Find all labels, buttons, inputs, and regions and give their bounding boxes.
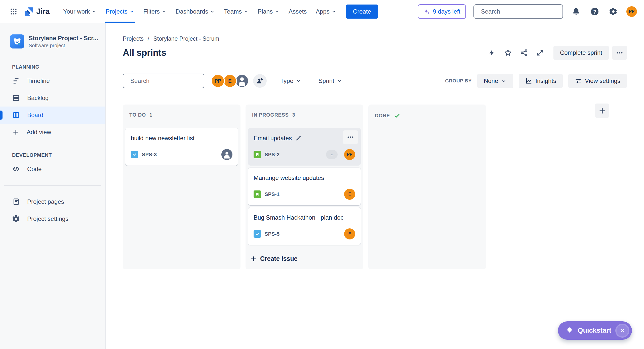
quickstart-button[interactable]: Quickstart: [558, 321, 632, 340]
assignee-avatar-e[interactable]: E: [344, 228, 355, 239]
primary-nav: Your work Projects Filters Dashboards Te…: [60, 0, 340, 23]
sprint-filter-dropdown[interactable]: Sprint: [316, 75, 345, 86]
sparkle-icon: [423, 8, 430, 15]
board-more-actions-icon[interactable]: [612, 46, 627, 60]
sliders-icon: [575, 77, 582, 84]
chevron-down-icon: [244, 9, 249, 14]
column-in-progress: IN PROGRESS 3 Email updates: [246, 105, 363, 269]
sidebar-item-project-settings[interactable]: Project settings: [0, 210, 105, 227]
breadcrumb-project-link[interactable]: Storylane Project - Scrum: [153, 35, 219, 42]
breadcrumb-projects-link[interactable]: Projects: [123, 35, 144, 42]
nav-teams[interactable]: Teams: [220, 0, 252, 23]
sidebar-divider: [4, 185, 101, 186]
assignee-avatar-stack: PP E: [211, 74, 249, 88]
breadcrumb: Projects / Storylane Project - Scrum: [123, 35, 627, 42]
avatar-unassigned[interactable]: [235, 74, 249, 88]
page-title: All sprints: [123, 47, 166, 58]
code-icon: [12, 165, 20, 173]
assignee-avatar-e[interactable]: E: [344, 189, 355, 200]
trial-days-left-button[interactable]: 9 days left: [418, 4, 466, 19]
breadcrumb-separator: /: [148, 35, 149, 42]
group-by-dropdown[interactable]: None: [477, 74, 513, 88]
column-done: DONE: [368, 105, 486, 269]
nav-plans[interactable]: Plans: [254, 0, 283, 23]
sidebar-item-timeline[interactable]: Timeline: [0, 72, 105, 89]
settings-gear-icon[interactable]: [608, 6, 619, 17]
chevron-down-icon: [331, 9, 336, 14]
issue-card-sps-5[interactable]: Bug Smash Hackathon - plan doc SPS-5 E: [248, 207, 361, 245]
chevron-down-icon: [162, 9, 167, 14]
nav-projects[interactable]: Projects: [102, 0, 138, 23]
insights-button[interactable]: Insights: [519, 74, 563, 88]
page-icon: [12, 198, 20, 206]
help-icon[interactable]: ?: [589, 6, 600, 17]
timeline-icon: [12, 77, 20, 85]
column-count: 1: [149, 112, 152, 118]
nav-dashboards[interactable]: Dashboards: [172, 0, 218, 23]
issue-card-sps-2[interactable]: Email updates SPS-2 - PP: [248, 128, 361, 166]
view-settings-button[interactable]: View settings: [568, 74, 627, 88]
issue-title: Bug Smash Hackathon - plan doc: [254, 213, 349, 222]
fullscreen-expand-icon[interactable]: [534, 46, 546, 59]
issue-card-sps-1[interactable]: Manange website updates SPS-1 E: [248, 168, 361, 205]
sidebar-item-add-view[interactable]: Add view: [0, 124, 105, 141]
board-search-input[interactable]: [130, 77, 208, 84]
nav-your-work[interactable]: Your work: [60, 0, 100, 23]
create-button[interactable]: Create: [346, 5, 378, 19]
automation-lightning-icon[interactable]: [486, 46, 498, 59]
trial-days-label: 9 days left: [433, 8, 460, 15]
estimate-badge[interactable]: -: [326, 150, 338, 159]
avatar-pp[interactable]: PP: [211, 74, 225, 88]
avatar-e[interactable]: E: [223, 74, 237, 88]
nav-assets[interactable]: Assets: [285, 0, 310, 23]
board-main: Projects / Storylane Project - Scrum All…: [106, 23, 644, 349]
assignee-avatar-pp[interactable]: PP: [344, 149, 355, 160]
sidebar-item-backlog[interactable]: Backlog: [0, 89, 105, 107]
global-search-input[interactable]: [481, 8, 559, 15]
development-section-title: DEVELOPMENT: [0, 152, 105, 158]
share-icon[interactable]: [518, 46, 530, 59]
nav-filters[interactable]: Filters: [140, 0, 170, 23]
done-check-icon: [393, 112, 400, 119]
plus-icon: [250, 255, 257, 262]
plus-icon: [12, 128, 20, 136]
create-issue-button[interactable]: Create issue: [248, 252, 361, 265]
jira-logo[interactable]: Jira: [24, 6, 50, 17]
column-count: 3: [292, 112, 295, 118]
planning-section-title: PLANNING: [0, 64, 105, 70]
board-icon: [12, 111, 20, 119]
sidebar-item-code[interactable]: Code: [0, 161, 105, 178]
issue-title: Email updates: [254, 134, 292, 142]
board-toolbar: PP E Type Sprint GROUP BY None: [123, 73, 627, 88]
brand-name: Jira: [36, 7, 50, 16]
add-people-icon[interactable]: [253, 74, 267, 88]
sidebar-item-board[interactable]: Board: [0, 107, 105, 124]
person-icon: [222, 150, 232, 159]
chevron-down-icon: [274, 9, 279, 14]
nav-apps[interactable]: Apps: [312, 0, 340, 23]
sidebar-item-project-pages[interactable]: Project pages: [0, 193, 105, 210]
column-name: DONE: [375, 113, 390, 119]
chevron-down-icon: [501, 78, 507, 84]
group-by-label: GROUP BY: [445, 78, 472, 84]
complete-sprint-button[interactable]: Complete sprint: [553, 46, 609, 60]
project-name: Storylane Project - Scr...: [29, 35, 95, 42]
star-favorite-icon[interactable]: [502, 46, 514, 59]
user-avatar[interactable]: PP: [626, 6, 637, 17]
close-icon[interactable]: [615, 324, 629, 338]
column-name: TO DO: [129, 112, 146, 118]
project-header[interactable]: Storylane Project - Scr... Software proj…: [0, 34, 105, 48]
type-filter-dropdown[interactable]: Type: [278, 75, 304, 86]
issue-card-sps-3[interactable]: build new newsletter list SPS-3: [125, 128, 238, 166]
issue-title: Manange website updates: [254, 174, 355, 182]
app-switcher-icon[interactable]: [7, 5, 20, 18]
assignee-avatar-unassigned[interactable]: [221, 149, 232, 160]
chevron-down-icon: [129, 9, 134, 14]
add-column-icon[interactable]: [595, 104, 609, 118]
story-type-icon: [254, 151, 261, 158]
notifications-bell-icon[interactable]: [571, 6, 582, 17]
edit-pencil-icon[interactable]: [295, 135, 302, 141]
chevron-down-icon: [92, 9, 97, 14]
card-more-actions-icon[interactable]: [343, 130, 358, 144]
backlog-icon: [12, 94, 20, 102]
